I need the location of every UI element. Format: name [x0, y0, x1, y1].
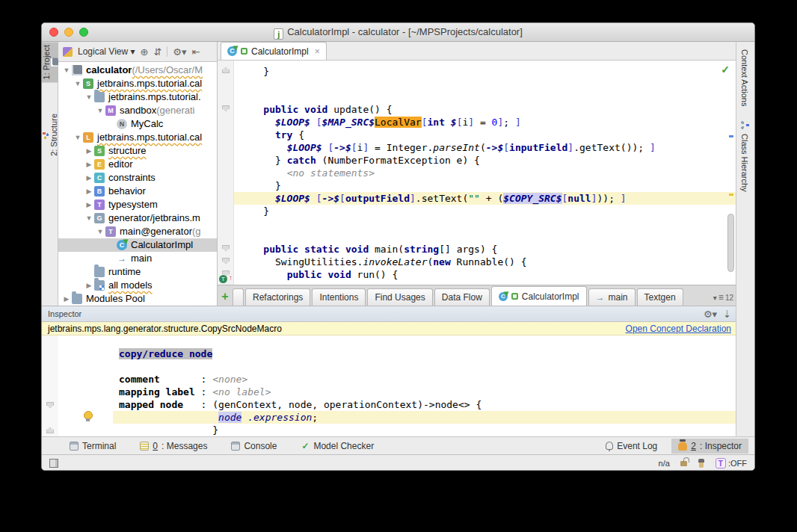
expander-icon[interactable]: ▶ — [84, 158, 94, 171]
tree-row[interactable]: ▼Msandbox (generati — [58, 104, 217, 117]
generation-trace-icon[interactable]: T — [219, 275, 227, 283]
expander-icon[interactable]: ▼ — [61, 64, 72, 77]
tree-row[interactable]: ▼calculator (/Users/Oscar/M — [58, 64, 217, 77]
toolwindow-tab-class-hierarchy[interactable]: Class Hierarchy — [736, 114, 753, 200]
tree-row[interactable]: ▶all models — [58, 279, 217, 292]
inspector-line[interactable]: comment : <none> — [113, 373, 737, 386]
editor-tab-calculatorimpl[interactable]: C CalculatorImpl × — [221, 42, 327, 60]
tree-row[interactable]: ▼Ljetbrains.mps.tutorial.cal — [58, 131, 217, 144]
code-line[interactable] — [234, 230, 736, 243]
fold-icon[interactable] — [46, 427, 54, 433]
code-line[interactable]: public static void main(string[] args) { — [234, 243, 736, 256]
expander-icon[interactable]: ▼ — [73, 131, 83, 144]
code-line[interactable]: <no statements> — [234, 167, 736, 179]
expander-icon[interactable]: ▶ — [84, 198, 94, 211]
hector-inspections-icon[interactable] — [698, 459, 705, 468]
collapse-all-icon[interactable]: ⇵ — [153, 47, 161, 57]
fold-icon[interactable] — [222, 67, 230, 73]
open-concept-declaration-link[interactable]: Open Concept Declaration — [626, 324, 731, 334]
tree-row[interactable]: ▼Sjetbrains.mps.tutorial.cal — [58, 77, 217, 90]
toolwindow-button-terminal[interactable]: Terminal — [63, 439, 123, 454]
code-line[interactable]: try { — [234, 129, 736, 141]
code-editor[interactable]: } public void update() { $LOOP$ [$MAP_SR… — [218, 61, 736, 285]
code-line[interactable]: } catch (NumberFormatException e) { — [234, 154, 736, 167]
inspector-line[interactable] — [113, 360, 737, 373]
code-line[interactable]: public void update() { — [234, 103, 736, 116]
bottom-tab-refactorings[interactable]: Refactorings — [245, 288, 310, 306]
code-line[interactable]: } — [234, 179, 736, 192]
inspector-line[interactable]: mapping label : <no label> — [113, 386, 737, 398]
expander-icon[interactable]: ▼ — [95, 225, 105, 238]
view-selector[interactable]: Logical View ▾ — [78, 46, 135, 57]
bottom-tab-textgen[interactable]: Textgen — [637, 288, 683, 306]
bottom-tab-find-usages[interactable]: Find Usages — [367, 288, 432, 306]
tree-row[interactable]: ▶Sstructure — [58, 144, 217, 158]
tab-overflow-control[interactable]: ▾ ≡ 12 — [713, 292, 733, 303]
expander-icon[interactable]: ▼ — [95, 104, 105, 117]
typing-mode-indicator[interactable]: T :OFF — [716, 458, 747, 468]
fold-icon[interactable] — [222, 105, 230, 111]
tree-row[interactable]: ▶Modules Pool — [58, 292, 217, 306]
tree-row[interactable]: ▶Eeditor — [58, 158, 217, 171]
inspector-gear-icon[interactable]: ⚙▾ — [704, 309, 717, 320]
fold-icon[interactable] — [222, 245, 230, 251]
code-line[interactable]: } — [234, 205, 736, 217]
tree-row[interactable]: runtime — [58, 265, 217, 279]
settings-gear-icon[interactable]: ⚙▾ — [173, 47, 186, 57]
tree-row[interactable]: ▼Tmain@generator (g — [58, 225, 217, 238]
tree-row[interactable]: ▶Bbehavior — [58, 185, 217, 198]
inspector-line[interactable]: mapped node : (genContext, node, operati… — [113, 398, 737, 411]
expander-icon[interactable]: ▶ — [84, 185, 94, 198]
expander-icon[interactable]: ▶ — [84, 144, 94, 158]
toggle-toolbuttons-icon[interactable] — [49, 459, 58, 468]
code-line[interactable]: SwingUtilities.invokeLater(new Runnable(… — [234, 256, 736, 268]
inspector-content[interactable]: copy/reduce nodecomment : <none>mapping … — [42, 335, 737, 436]
bottom-tab-calculatorimpl[interactable]: CCalculatorImpl — [491, 286, 587, 306]
inspector-hide-icon[interactable]: ⇣ — [723, 309, 731, 320]
bottom-tab-intentions[interactable]: Intentions — [312, 288, 366, 306]
code-line[interactable]: } — [234, 65, 736, 78]
expander-icon[interactable]: ▼ — [84, 90, 94, 104]
tree-row[interactable]: ▶Cconstraints — [58, 171, 217, 185]
expander-icon[interactable]: ▼ — [73, 77, 83, 90]
tree-row[interactable]: ▼Ggenerator/jetbrains.m — [58, 211, 217, 225]
toolwindow-button-console[interactable]: Console — [224, 439, 283, 454]
close-tab-icon[interactable]: × — [315, 46, 320, 57]
toolwindow-tab-project[interactable]: 1: Project — [42, 42, 58, 82]
inspector-line[interactable]: copy/reduce node — [113, 347, 737, 360]
code-line[interactable] — [234, 90, 736, 103]
code-line[interactable]: $LOOP$ [->$[i] = Integer.parseInt(->$[in… — [234, 141, 736, 154]
expander-icon[interactable]: ▶ — [84, 171, 94, 185]
editor-scrollbar[interactable] — [727, 214, 734, 272]
toolwindow-tab-structure[interactable]: 2: Structure — [42, 111, 58, 159]
bottom-tab-data-flow[interactable]: Data Flow — [434, 288, 490, 306]
code-line[interactable]: $LOOP$ [->$[outputField].setText("" + ($… — [234, 192, 736, 205]
locate-icon[interactable]: ⊕ — [141, 47, 149, 57]
add-tab-icon[interactable]: + — [219, 290, 231, 303]
expander-icon[interactable]: ▶ — [61, 292, 72, 306]
tree-row[interactable]: NMyCalc — [58, 117, 217, 131]
toolwindow-button-messages[interactable]: 0: Messages — [133, 439, 214, 454]
fold-icon[interactable] — [222, 258, 230, 264]
code-line[interactable] — [234, 217, 736, 230]
unlocked-icon[interactable] — [680, 461, 687, 466]
expander-icon[interactable]: ▶ — [84, 279, 94, 292]
fold-icon[interactable] — [46, 402, 54, 408]
inspector-line[interactable]: } — [113, 424, 737, 436]
tree-row[interactable]: ▶Ttypesystem — [58, 198, 217, 211]
inspector-line[interactable]: node .expression; — [113, 411, 737, 424]
toolwindow-button-event-log[interactable]: Event Log — [599, 439, 664, 454]
tree-row[interactable]: ▼jetbrains.mps.tutorial. — [58, 90, 217, 104]
expander-icon[interactable]: ▼ — [84, 211, 94, 225]
intention-bulb-icon[interactable] — [83, 411, 92, 422]
code-line[interactable] — [234, 78, 736, 90]
toolwindow-tab-context-actions[interactable]: Context Actions — [736, 42, 753, 114]
bottom-tab-main[interactable]: →main — [588, 288, 636, 306]
toolwindow-button-model-checker[interactable]: ✓Model Checker — [294, 439, 381, 454]
hide-panel-icon[interactable]: ⇤ — [192, 47, 200, 57]
code-line[interactable]: public void run() { — [234, 268, 736, 281]
toolwindow-button-inspector[interactable]: 2: Inspector — [671, 439, 748, 454]
code-line[interactable]: $LOOP$ [$MAP_SRC$LocalVar[int $[i] = 0];… — [234, 116, 736, 129]
tree-row[interactable]: CCalculatorImpl — [58, 238, 217, 252]
tree-row[interactable]: →main — [58, 252, 217, 265]
